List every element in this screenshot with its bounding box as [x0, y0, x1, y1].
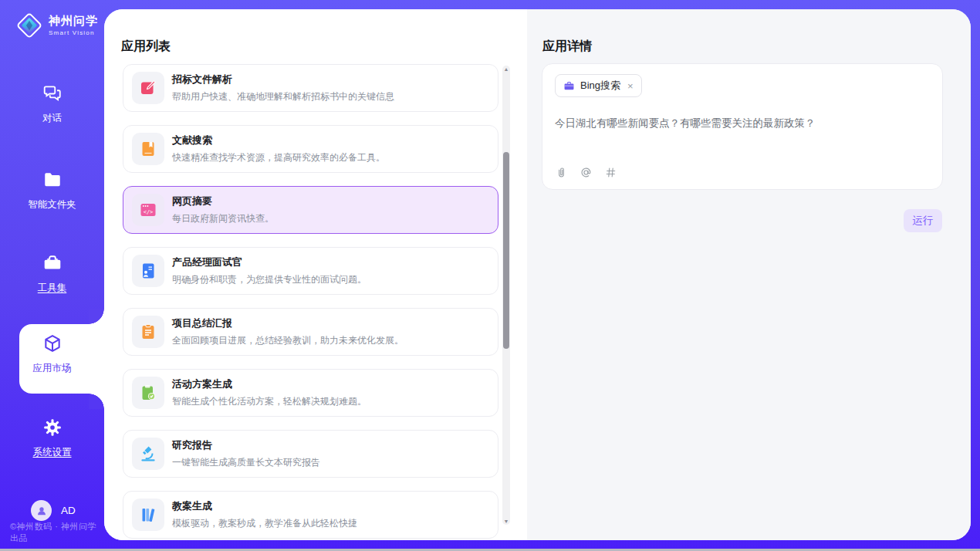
app-card-description: 帮助用户快速、准确地理解和解析招标书中的关键信息 [172, 90, 394, 103]
paperclip-icon[interactable] [555, 166, 568, 179]
app-card-title: 产品经理面试官 [172, 255, 367, 269]
app-card-description: 模板驱动，教案秒成，教学准备从此轻松快捷 [172, 517, 357, 530]
clipboard-icon [132, 316, 164, 348]
scrollbar-track[interactable]: ▲ ▼ [502, 66, 510, 525]
input-toolbar [555, 166, 617, 179]
app-card-title: 网页摘要 [172, 194, 274, 208]
microscope-icon [132, 438, 164, 470]
app-list-panel: 应用列表 招标文件解析帮助用户快速、准确地理解和解析招标书中的关键信息文献搜索快… [104, 9, 527, 540]
at-icon[interactable] [580, 166, 593, 179]
app-card-event-plan[interactable]: 活动方案生成智能生成个性化活动方案，轻松解决规划难题。 [123, 369, 498, 417]
app-card-web-summary[interactable]: </>网页摘要每日政府新闻资讯快查。 [123, 186, 498, 234]
sidebar-item-settings[interactable]: 系统设置 [0, 417, 104, 459]
app-list: 招标文件解析帮助用户快速、准确地理解和解析招标书中的关键信息文献搜索快速精准查找… [123, 64, 498, 540]
app-card-project-summary[interactable]: 项目总结汇报全面回顾项目进展，总结经验教训，助力未来优化发展。 [123, 308, 498, 356]
user-account[interactable]: AD [31, 500, 76, 521]
app-card-description: 快速精准查找学术资源，提高研究效率的必备工具。 [172, 151, 385, 164]
app-detail-panel: 应用详情 Bing搜索 × 今日湖北有哪些新闻要点？有哪些需要关注的最新政策？ … [527, 9, 971, 540]
sidebar-item-label: 对话 [0, 112, 104, 125]
user-initials: AD [61, 505, 76, 516]
book-icon [132, 133, 164, 165]
diamond-logo-icon [15, 12, 43, 39]
chip-close-icon[interactable]: × [627, 80, 634, 92]
sidebar-item-market[interactable]: 应用市场 [0, 333, 104, 375]
sidebar-item-label: 工具集 [0, 282, 104, 295]
browser-icon: </> [132, 194, 164, 226]
svg-text:</>: </> [144, 209, 154, 215]
app-detail-title: 应用详情 [542, 39, 592, 55]
tool-chip-label: Bing搜索 [580, 79, 620, 93]
brand-subtitle: Smart Vision [49, 29, 98, 36]
sidebar-item-label: 智能文件夹 [0, 198, 104, 211]
books-icon [132, 499, 164, 531]
gear-icon [42, 427, 63, 440]
briefcase-icon [563, 80, 575, 92]
app-card-description: 每日政府新闻资讯快查。 [172, 212, 274, 225]
app-card-description: 全面回顾项目进展，总结经验教训，助力未来优化发展。 [172, 334, 404, 347]
query-card: Bing搜索 × 今日湖北有哪些新闻要点？有哪些需要关注的最新政策？ [542, 63, 943, 190]
folder-icon [42, 179, 63, 192]
app-card-literature[interactable]: 文献搜索快速精准查找学术资源，提高研究效率的必备工具。 [123, 125, 498, 173]
app-card-title: 项目总结汇报 [172, 316, 404, 330]
sidebar-item-label: 系统设置 [0, 446, 104, 459]
app-card-title: 文献搜索 [172, 134, 385, 147]
brand-name: 神州问学 [49, 15, 98, 28]
app-card-title: 研究报告 [172, 438, 320, 452]
app-card-description: 明确身份和职责，为您提供专业性的面试问题。 [172, 273, 367, 286]
app-card-title: 招标文件解析 [172, 73, 394, 86]
app-card-lesson-plan[interactable]: 教案生成模板驱动，教案秒成，教学准备从此轻松快捷 [123, 491, 498, 539]
app-card-description: 智能生成个性化活动方案，轻松解决规划难题。 [172, 395, 367, 408]
cube-icon [42, 343, 63, 356]
interview-icon [132, 255, 164, 287]
sidebar-item-tools[interactable]: 工具集 [0, 253, 104, 295]
run-button[interactable]: 运行 [904, 209, 942, 232]
bump-curve-bottom [89, 394, 104, 409]
sidebar-item-folders[interactable]: 智能文件夹 [0, 170, 104, 211]
scrollbar-thumb[interactable] [503, 152, 509, 349]
query-input[interactable]: 今日湖北有哪些新闻要点？有哪些需要关注的最新政策？ [555, 116, 930, 131]
clipboard-check-icon [132, 377, 164, 409]
tool-chip-bing-search[interactable]: Bing搜索 × [555, 74, 642, 97]
avatar [31, 500, 52, 521]
app-card-research-report[interactable]: 研究报告一键智能生成高质量长文本研究报告 [123, 430, 498, 478]
toolbox-icon [42, 262, 63, 276]
app-card-title: 教案生成 [172, 499, 357, 513]
hash-icon[interactable] [604, 166, 617, 179]
person-icon [35, 505, 48, 517]
main-content: 应用列表 招标文件解析帮助用户快速、准确地理解和解析招标书中的关键信息文献搜索快… [104, 9, 971, 540]
scrollbar-down-arrow[interactable]: ▼ [502, 519, 510, 524]
scrollbar-up-arrow[interactable]: ▲ [502, 66, 510, 72]
app-card-pm-interviewer[interactable]: 产品经理面试官明确身份和职责，为您提供专业性的面试问题。 [123, 247, 498, 295]
app-card-description: 一键智能生成高质量长文本研究报告 [172, 456, 320, 469]
copyright-text: ©神州数码 · 神州问学出品 [10, 521, 104, 544]
pen-icon [132, 72, 164, 104]
sidebar-item-chat[interactable]: 对话 [0, 83, 104, 125]
sidebar-item-label: 应用市场 [0, 362, 104, 375]
bump-curve-top [89, 309, 104, 324]
chat-icon [42, 93, 63, 106]
sidebar: 神州问学 Smart Vision 对话智能文件夹工具集应用市场系统设置 AD … [0, 0, 104, 551]
brand-logo: 神州问学 Smart Vision [15, 12, 98, 39]
app-list-title: 应用列表 [121, 39, 171, 55]
app-card-bid-parse[interactable]: 招标文件解析帮助用户快速、准确地理解和解析招标书中的关键信息 [123, 64, 498, 112]
app-card-title: 活动方案生成 [172, 377, 367, 391]
